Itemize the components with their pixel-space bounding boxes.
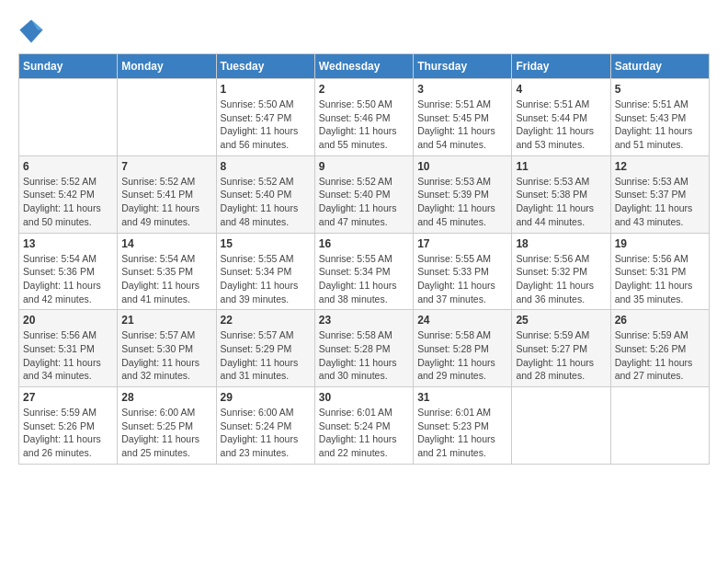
day-number: 26	[615, 314, 705, 327]
day-cell: 2Sunrise: 5:50 AM Sunset: 5:46 PM Daylig…	[314, 79, 413, 156]
day-cell: 10Sunrise: 5:53 AM Sunset: 5:39 PM Dayli…	[414, 155, 512, 233]
day-cell: 5Sunrise: 5:51 AM Sunset: 5:43 PM Daylig…	[610, 79, 709, 156]
day-info: Sunrise: 5:51 AM Sunset: 5:44 PM Dayligh…	[516, 98, 606, 152]
day-number: 22	[221, 314, 311, 327]
day-cell: 31Sunrise: 6:01 AM Sunset: 5:23 PM Dayli…	[414, 387, 512, 465]
day-cell: 17Sunrise: 5:55 AM Sunset: 5:33 PM Dayli…	[414, 233, 512, 310]
day-number: 14	[121, 237, 211, 250]
day-number: 2	[319, 83, 409, 96]
day-info: Sunrise: 5:55 AM Sunset: 5:34 PM Dayligh…	[319, 252, 409, 306]
day-cell: 6Sunrise: 5:52 AM Sunset: 5:42 PM Daylig…	[19, 155, 118, 233]
day-info: Sunrise: 5:57 AM Sunset: 5:30 PM Dayligh…	[121, 328, 211, 383]
logo-icon	[18, 18, 44, 44]
day-number: 4	[516, 83, 606, 96]
day-number: 28	[121, 391, 211, 404]
logo	[18, 18, 48, 44]
day-number: 3	[417, 83, 507, 96]
day-number: 25	[516, 314, 606, 327]
day-cell: 25Sunrise: 5:59 AM Sunset: 5:27 PM Dayli…	[512, 310, 610, 387]
day-info: Sunrise: 6:01 AM Sunset: 5:23 PM Dayligh…	[417, 406, 507, 460]
weekday-header-monday: Monday	[118, 54, 216, 79]
day-cell	[610, 387, 709, 465]
day-info: Sunrise: 5:50 AM Sunset: 5:47 PM Dayligh…	[221, 98, 311, 152]
weekday-header-sunday: Sunday	[19, 54, 118, 79]
day-info: Sunrise: 5:50 AM Sunset: 5:46 PM Dayligh…	[319, 98, 409, 152]
day-cell: 11Sunrise: 5:53 AM Sunset: 5:38 PM Dayli…	[512, 155, 610, 233]
day-info: Sunrise: 5:53 AM Sunset: 5:37 PM Dayligh…	[615, 175, 705, 229]
day-info: Sunrise: 5:59 AM Sunset: 5:26 PM Dayligh…	[615, 328, 705, 383]
day-cell: 1Sunrise: 5:50 AM Sunset: 5:47 PM Daylig…	[216, 79, 314, 156]
svg-marker-0	[19, 19, 42, 42]
day-info: Sunrise: 5:52 AM Sunset: 5:40 PM Dayligh…	[319, 175, 409, 229]
day-info: Sunrise: 5:59 AM Sunset: 5:26 PM Dayligh…	[23, 406, 113, 460]
day-number: 30	[319, 391, 409, 404]
day-cell: 26Sunrise: 5:59 AM Sunset: 5:26 PM Dayli…	[610, 310, 709, 387]
day-cell: 28Sunrise: 6:00 AM Sunset: 5:25 PM Dayli…	[118, 387, 216, 465]
day-cell: 27Sunrise: 5:59 AM Sunset: 5:26 PM Dayli…	[19, 387, 118, 465]
day-number: 7	[121, 160, 211, 173]
week-row-3: 13Sunrise: 5:54 AM Sunset: 5:36 PM Dayli…	[19, 233, 710, 310]
day-number: 31	[417, 391, 507, 404]
day-cell: 9Sunrise: 5:52 AM Sunset: 5:40 PM Daylig…	[314, 155, 413, 233]
day-cell: 14Sunrise: 5:54 AM Sunset: 5:35 PM Dayli…	[118, 233, 216, 310]
day-info: Sunrise: 5:54 AM Sunset: 5:35 PM Dayligh…	[121, 252, 211, 306]
day-cell: 20Sunrise: 5:56 AM Sunset: 5:31 PM Dayli…	[19, 310, 118, 387]
day-info: Sunrise: 5:59 AM Sunset: 5:27 PM Dayligh…	[516, 328, 606, 383]
day-number: 16	[319, 237, 409, 250]
weekday-header-friday: Friday	[512, 54, 610, 79]
day-number: 17	[417, 237, 507, 250]
day-cell: 12Sunrise: 5:53 AM Sunset: 5:37 PM Dayli…	[610, 155, 709, 233]
day-info: Sunrise: 5:51 AM Sunset: 5:43 PM Dayligh…	[615, 98, 705, 152]
day-info: Sunrise: 5:53 AM Sunset: 5:39 PM Dayligh…	[417, 175, 507, 229]
day-number: 27	[23, 391, 113, 404]
day-number: 12	[615, 160, 705, 173]
day-number: 5	[615, 83, 705, 96]
day-number: 15	[221, 237, 311, 250]
day-cell: 3Sunrise: 5:51 AM Sunset: 5:45 PM Daylig…	[414, 79, 512, 156]
day-cell: 22Sunrise: 5:57 AM Sunset: 5:29 PM Dayli…	[216, 310, 314, 387]
day-cell: 8Sunrise: 5:52 AM Sunset: 5:40 PM Daylig…	[216, 155, 314, 233]
day-info: Sunrise: 5:52 AM Sunset: 5:40 PM Dayligh…	[221, 175, 311, 229]
week-row-5: 27Sunrise: 5:59 AM Sunset: 5:26 PM Dayli…	[19, 387, 710, 465]
day-cell: 19Sunrise: 5:56 AM Sunset: 5:31 PM Dayli…	[610, 233, 709, 310]
day-info: Sunrise: 6:01 AM Sunset: 5:24 PM Dayligh…	[319, 406, 409, 460]
day-cell: 13Sunrise: 5:54 AM Sunset: 5:36 PM Dayli…	[19, 233, 118, 310]
day-number: 10	[417, 160, 507, 173]
day-cell	[118, 79, 216, 156]
day-info: Sunrise: 5:52 AM Sunset: 5:42 PM Dayligh…	[23, 175, 113, 229]
day-info: Sunrise: 5:56 AM Sunset: 5:32 PM Dayligh…	[516, 252, 606, 306]
day-number: 19	[615, 237, 705, 250]
day-info: Sunrise: 5:57 AM Sunset: 5:29 PM Dayligh…	[221, 328, 311, 383]
weekday-header-wednesday: Wednesday	[314, 54, 413, 79]
day-info: Sunrise: 6:00 AM Sunset: 5:24 PM Dayligh…	[221, 406, 311, 460]
day-number: 9	[319, 160, 409, 173]
week-row-2: 6Sunrise: 5:52 AM Sunset: 5:42 PM Daylig…	[19, 155, 710, 233]
day-info: Sunrise: 5:51 AM Sunset: 5:45 PM Dayligh…	[417, 98, 507, 152]
day-cell: 23Sunrise: 5:58 AM Sunset: 5:28 PM Dayli…	[314, 310, 413, 387]
day-cell: 7Sunrise: 5:52 AM Sunset: 5:41 PM Daylig…	[118, 155, 216, 233]
day-number: 21	[121, 314, 211, 327]
day-number: 6	[23, 160, 113, 173]
day-cell: 15Sunrise: 5:55 AM Sunset: 5:34 PM Dayli…	[216, 233, 314, 310]
day-number: 11	[516, 160, 606, 173]
day-cell: 18Sunrise: 5:56 AM Sunset: 5:32 PM Dayli…	[512, 233, 610, 310]
day-cell	[512, 387, 610, 465]
day-number: 20	[23, 314, 113, 327]
day-number: 23	[319, 314, 409, 327]
page-header	[18, 18, 710, 44]
weekday-header-row: SundayMondayTuesdayWednesdayThursdayFrid…	[19, 54, 710, 79]
week-row-4: 20Sunrise: 5:56 AM Sunset: 5:31 PM Dayli…	[19, 310, 710, 387]
day-info: Sunrise: 5:52 AM Sunset: 5:41 PM Dayligh…	[121, 175, 211, 229]
day-info: Sunrise: 5:54 AM Sunset: 5:36 PM Dayligh…	[23, 252, 113, 306]
week-row-1: 1Sunrise: 5:50 AM Sunset: 5:47 PM Daylig…	[19, 79, 710, 156]
day-number: 13	[23, 237, 113, 250]
day-cell: 21Sunrise: 5:57 AM Sunset: 5:30 PM Dayli…	[118, 310, 216, 387]
weekday-header-thursday: Thursday	[414, 54, 512, 79]
day-info: Sunrise: 6:00 AM Sunset: 5:25 PM Dayligh…	[121, 406, 211, 460]
day-info: Sunrise: 5:55 AM Sunset: 5:33 PM Dayligh…	[417, 252, 507, 306]
weekday-header-tuesday: Tuesday	[216, 54, 314, 79]
day-info: Sunrise: 5:56 AM Sunset: 5:31 PM Dayligh…	[615, 252, 705, 306]
day-number: 8	[221, 160, 311, 173]
day-cell: 29Sunrise: 6:00 AM Sunset: 5:24 PM Dayli…	[216, 387, 314, 465]
day-number: 18	[516, 237, 606, 250]
